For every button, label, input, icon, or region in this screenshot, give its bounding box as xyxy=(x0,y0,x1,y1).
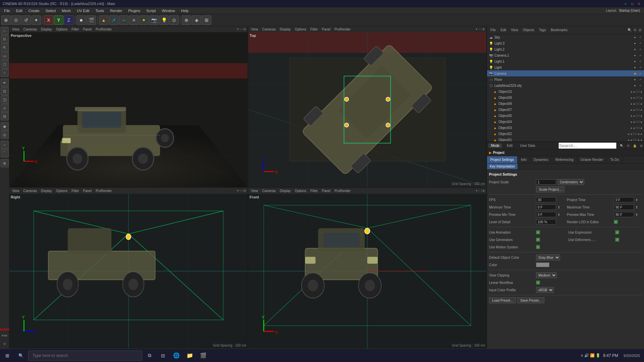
menu-uvEdit[interactable]: UV Edit xyxy=(74,8,92,13)
props-search-icon[interactable]: 🔍 xyxy=(619,144,625,147)
obj-row-sky[interactable]: ☁ Sky ● ✓ xyxy=(487,34,644,40)
menu-help[interactable]: Help xyxy=(178,8,192,13)
obj-row-obj09[interactable]: ▲ Object09 ▲▲⬡⬡▲ xyxy=(487,95,644,101)
obj-row-light1[interactable]: 💡 Light.1 ● ✓ xyxy=(487,58,644,64)
tool-brush[interactable]: ✒ xyxy=(1,79,9,87)
props-mode-mode[interactable]: Mode xyxy=(488,143,502,148)
taskbar-edge-btn[interactable]: 🌐 xyxy=(170,350,182,362)
obj-vis-floor[interactable]: ● xyxy=(633,77,637,82)
tab-todo[interactable]: To Do xyxy=(607,156,623,163)
tool-btn-2[interactable]: ⊙ xyxy=(11,15,21,25)
obj-vis-ladaniva-obj[interactable]: ● xyxy=(633,83,637,88)
tool-target[interactable]: ⊙ xyxy=(169,15,179,25)
vp-right-cameras[interactable]: Cameras xyxy=(22,189,39,193)
view-clipping-select[interactable]: Medium xyxy=(536,272,557,278)
input-color-profile-select[interactable]: sRGB xyxy=(536,287,554,293)
taskbar-taskview-btn[interactable]: ⧉ xyxy=(144,350,156,362)
props-lock-icon[interactable]: 🔒 xyxy=(632,144,638,147)
tool-scale[interactable]: ⇱ xyxy=(1,44,9,52)
viewport-perspective[interactable]: View Cameras Display Options Filter Pane… xyxy=(9,26,248,187)
min-time-stepper[interactable]: ⬆ xyxy=(557,205,560,209)
menu-tools[interactable]: Tools xyxy=(93,8,107,13)
project-time-input[interactable] xyxy=(614,197,634,202)
tool-btn-3[interactable]: ↺ xyxy=(21,15,31,25)
obj-panel-settings-icon[interactable]: ⚙ xyxy=(634,28,637,32)
obj-lock-light[interactable]: ✓ xyxy=(638,65,643,70)
vp-front-panel[interactable]: Panel xyxy=(321,189,332,193)
menu-create[interactable]: Create xyxy=(26,8,42,13)
tab-octane-render[interactable]: Octane Render xyxy=(577,156,607,163)
close-button[interactable]: ✕ xyxy=(637,1,641,6)
obj-toolbar-objects[interactable]: Objects xyxy=(521,28,536,32)
vp-right-filter[interactable]: Filter xyxy=(70,189,80,193)
save-preset-btn[interactable]: Save Preset... xyxy=(517,297,544,303)
vp-front-display[interactable]: Display xyxy=(278,189,292,193)
max-time-input[interactable] xyxy=(614,204,634,210)
props-expand-icon[interactable]: ⊞ xyxy=(640,144,643,147)
obj-lock-light3[interactable]: ✓ xyxy=(638,41,643,46)
vp-right-panel[interactable]: Panel xyxy=(82,189,93,193)
project-time-stepper[interactable]: ⬆ xyxy=(635,198,638,202)
vp-perspective-panel[interactable]: Panel xyxy=(82,27,93,32)
maximize-button[interactable]: □ xyxy=(630,1,635,6)
menu-file[interactable]: File xyxy=(1,8,13,13)
use-def-checkbox[interactable] xyxy=(615,238,619,242)
obj-vis-cam1[interactable]: ● xyxy=(633,53,637,58)
max-time-stepper[interactable]: ⬆ xyxy=(635,205,638,209)
taskbar-multidesktop-btn[interactable]: ⊟ xyxy=(157,350,169,362)
vp-front-filter[interactable]: Filter xyxy=(309,189,319,193)
linear-workflow-checkbox[interactable] xyxy=(536,281,540,285)
tool-btn-1[interactable]: ⊕ xyxy=(1,15,11,25)
taskbar-explorer-btn[interactable]: 📁 xyxy=(184,350,196,362)
tool-select-rect[interactable]: ▭ xyxy=(1,52,9,60)
render-lod-checkbox[interactable] xyxy=(614,220,618,224)
preview-min-stepper[interactable]: ⬆ xyxy=(557,213,560,217)
preview-max-input[interactable] xyxy=(614,212,634,217)
viewport-right[interactable]: View Cameras Display Options Filter Pane… xyxy=(9,188,248,349)
obj-row-floor[interactable]: ▭ Floor ● ✓ xyxy=(487,76,644,82)
obj-row-obj05[interactable]: ▲ Object05 ▲▲⬡⬡▲ xyxy=(487,113,644,119)
obj-row-obj02[interactable]: ▲ Object02 ▲▲⬡⬡▲▲ xyxy=(487,131,644,137)
tab-referencing[interactable]: Referencing xyxy=(552,156,577,163)
obj-toolbar-view[interactable]: View xyxy=(509,28,520,32)
menu-render[interactable]: Render xyxy=(107,8,125,13)
obj-row-ladaniva-obj[interactable]: ⬡ LadaNiva2329.obj ● ✓ xyxy=(487,82,644,88)
tool-select-live[interactable]: ⬡ xyxy=(1,60,9,68)
vp-front-view[interactable]: View xyxy=(250,189,260,193)
tool-render-region[interactable]: ■ xyxy=(76,15,86,25)
obj-vis-light2[interactable]: ● xyxy=(633,47,637,52)
vp-top-filter[interactable]: Filter xyxy=(309,27,319,32)
vp-right-prorender[interactable]: ProRender xyxy=(94,189,113,193)
obj-row-light[interactable]: 💡 Light ● ✓ xyxy=(487,64,644,70)
use-anim-checkbox[interactable] xyxy=(536,230,540,234)
tool-bevel[interactable]: ◫ xyxy=(1,96,9,104)
tool-camera[interactable]: 📷 xyxy=(149,15,159,25)
obj-row-light3[interactable]: 💡 Light.3 ● ✓ xyxy=(487,40,644,46)
vp-perspective-cameras[interactable]: Cameras xyxy=(22,27,39,32)
vp-perspective-filter[interactable]: Filter xyxy=(70,27,80,32)
load-preset-btn[interactable]: Load Preset... xyxy=(489,297,516,303)
tab-info[interactable]: Info xyxy=(518,156,530,163)
project-scale-input[interactable] xyxy=(536,179,556,185)
vp-perspective-view[interactable]: View xyxy=(11,27,21,32)
min-time-input[interactable] xyxy=(536,204,556,210)
tool-line-cut[interactable]: ⸺ xyxy=(1,141,9,149)
taskbar-search-btn[interactable]: 🔍 xyxy=(15,350,27,362)
lod-input[interactable] xyxy=(536,219,556,225)
obj-row-camera[interactable]: 📷 Camera ◉ ✓ xyxy=(487,70,644,76)
obj-row-obj04[interactable]: ▲ Object04 ▲▲⬡⬡▲ xyxy=(487,119,644,125)
tool-btn-4[interactable]: ✦ xyxy=(32,15,41,25)
scale-project-btn[interactable]: Scale Project... xyxy=(536,186,565,192)
vp-top-display[interactable]: Display xyxy=(278,27,292,32)
tool-extrude[interactable]: ⊡ xyxy=(1,87,9,95)
vp-right-view[interactable]: View xyxy=(11,189,21,193)
use-motion-checkbox[interactable] xyxy=(536,245,540,249)
vp-right-display[interactable]: Display xyxy=(40,189,53,193)
vp-right-canvas[interactable]: Right Grid Spacing : 100 cm xyxy=(9,194,248,349)
tool-select-loop[interactable]: ○ xyxy=(1,69,9,77)
props-mode-edit[interactable]: Edit xyxy=(504,143,515,148)
tool-x-btn[interactable]: X xyxy=(44,15,53,25)
menu-plugins[interactable]: Plugins xyxy=(125,8,143,13)
tool-deformer[interactable]: ✦ xyxy=(139,15,149,25)
obj-toolbar-file[interactable]: File xyxy=(488,28,498,32)
